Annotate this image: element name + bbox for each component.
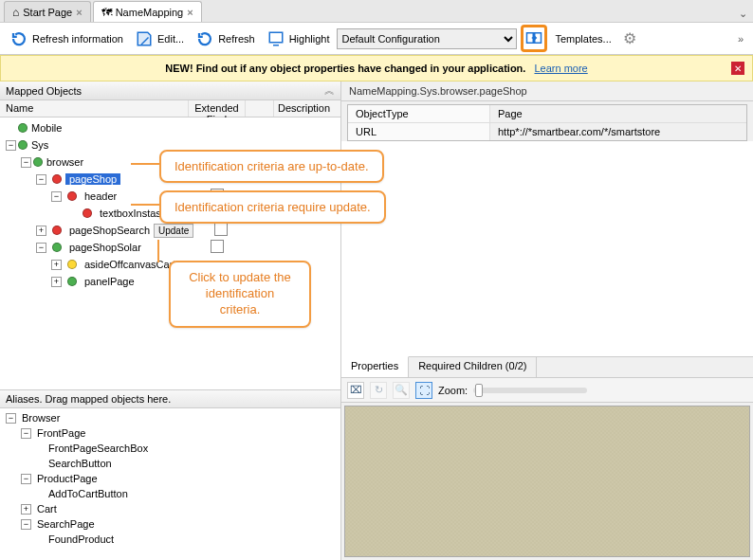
tree-item[interactable]: asideOffcanvasCart	[84, 259, 175, 270]
col-find[interactable]	[246, 100, 274, 117]
collapse-icon[interactable]: ︽	[324, 83, 335, 98]
compare-icon	[524, 28, 543, 47]
configuration-dropdown[interactable]: Default Configuration	[337, 28, 517, 49]
zoom-thumb[interactable]	[475, 384, 483, 397]
expander[interactable]: −	[51, 191, 62, 202]
update-mapping-button[interactable]	[521, 25, 547, 52]
expander[interactable]: −	[6, 413, 16, 424]
tabs-overflow[interactable]: ⌄	[733, 6, 753, 22]
toolbar-label: Refresh	[218, 33, 255, 45]
expander[interactable]: −	[21, 428, 31, 439]
fit-icon[interactable]: ⛶	[415, 382, 432, 399]
extended-find-checkbox[interactable]	[214, 223, 228, 236]
toolbar-label: Edit...	[157, 33, 184, 45]
highlight-button[interactable]: Highlight	[263, 27, 334, 50]
tree-item[interactable]: Sys	[31, 139, 48, 151]
configuration-select[interactable]: Default Configuration	[337, 28, 517, 49]
alias-item[interactable]: FoundProduct	[48, 533, 114, 545]
zoom-slider[interactable]	[473, 388, 587, 393]
preview-panel: ⌧ ↻ 🔍 ⛶ Zoom:	[341, 377, 753, 560]
update-button[interactable]: Update	[154, 224, 193, 238]
tab-properties[interactable]: Properties	[341, 356, 409, 377]
close-icon[interactable]: ×	[187, 7, 193, 18]
preview-canvas	[344, 406, 750, 557]
expander[interactable]: +	[51, 277, 62, 287]
mapped-objects-header[interactable]: Mapped Objects ︽	[0, 81, 340, 100]
templates-button[interactable]: Templates...	[551, 31, 615, 46]
toolbar-label: Refresh information	[32, 33, 123, 45]
alias-item[interactable]: SearchButton	[48, 458, 112, 469]
refresh-button[interactable]: Refresh	[192, 27, 259, 50]
close-icon[interactable]: ×	[76, 7, 82, 18]
expander[interactable]: +	[36, 226, 46, 236]
expander[interactable]: −	[21, 519, 31, 530]
tab-label: NameMapping	[116, 7, 184, 18]
expander[interactable]: −	[21, 474, 31, 484]
object-breadcrumb: NameMapping.Sys.browser.pageShop	[341, 81, 753, 101]
capture-icon[interactable]: ⌧	[347, 382, 364, 399]
expander[interactable]: −	[6, 140, 16, 151]
tab-label: Start Page	[23, 7, 72, 18]
alias-item[interactable]: ProductPage	[37, 473, 98, 484]
aliases-header[interactable]: Aliases. Drag mapped objects here.	[0, 390, 340, 408]
aliases-panel: Aliases. Drag mapped objects here. −Brow…	[0, 389, 340, 560]
aliases-tree[interactable]: −Browser −FrontPage FrontPageSearchBox S…	[0, 408, 340, 560]
col-name[interactable]: Name	[0, 100, 189, 117]
refresh-icon	[195, 29, 214, 48]
col-description[interactable]: Description	[274, 100, 340, 117]
property-row[interactable]: URL http*://*smartbear.com/*/smartstore	[348, 123, 746, 140]
col-extended-find[interactable]: Extended Find	[189, 100, 246, 117]
alias-item[interactable]: AddToCartButton	[48, 488, 128, 499]
property-key: URL	[348, 123, 490, 140]
extended-find-checkbox[interactable]	[211, 240, 224, 253]
toolbar-overflow[interactable]: »	[738, 33, 747, 45]
edit-icon	[135, 29, 154, 48]
status-dot-green	[67, 277, 77, 286]
properties-table: ObjectType Page URL http*://*smartbear.c…	[347, 104, 747, 141]
tab-start-page[interactable]: ⌂ Start Page ×	[4, 1, 91, 22]
expander[interactable]: +	[51, 260, 62, 270]
highlight-icon	[266, 29, 285, 48]
toolbar: Refresh information Edit... Refresh High…	[0, 23, 753, 55]
property-value: Page	[490, 105, 746, 122]
tree-item[interactable]: header	[84, 190, 117, 202]
tree-item[interactable]: Mobile	[31, 122, 62, 134]
edit-button[interactable]: Edit...	[131, 27, 188, 50]
expander[interactable]: −	[21, 157, 31, 168]
toolbar-label: Highlight	[289, 33, 330, 45]
close-banner-button[interactable]: ✕	[731, 62, 744, 75]
refresh-information-button[interactable]: Refresh information	[6, 27, 127, 50]
tree-item[interactable]: pageShopSearch	[69, 225, 150, 236]
callout-require-update: Identification criteria require update.	[159, 190, 386, 224]
alias-item[interactable]: Browser	[22, 412, 60, 424]
status-dot-green	[33, 157, 43, 167]
property-row[interactable]: ObjectType Page	[348, 105, 746, 123]
tab-required-children[interactable]: Required Children (0/2)	[409, 357, 537, 377]
callout-click-update: Click to update the identification crite…	[169, 261, 311, 328]
tab-namemapping[interactable]: 🗺 NameMapping ×	[93, 1, 202, 22]
tree-item[interactable]: browser	[46, 156, 83, 168]
status-dot-green	[18, 140, 28, 150]
tree-item[interactable]: panelPage	[84, 276, 135, 287]
zoom-icon[interactable]: 🔍	[393, 382, 410, 399]
alias-item[interactable]: SearchPage	[37, 518, 95, 530]
expander[interactable]: −	[36, 243, 46, 253]
panel-title: Mapped Objects	[6, 85, 82, 97]
expander[interactable]: −	[36, 174, 46, 185]
settings-button[interactable]: ⚙	[619, 27, 640, 49]
alias-item[interactable]: Cart	[37, 503, 57, 515]
status-dot-red	[52, 174, 62, 184]
tree-columns: Name Extended Find Description	[0, 100, 340, 117]
status-dot-yellow	[67, 260, 77, 269]
banner-text: NEW! Find out if any object properties h…	[165, 63, 525, 74]
status-dot-green	[18, 123, 28, 133]
expander[interactable]: +	[21, 504, 31, 515]
tree-item-selected[interactable]: pageShop	[65, 173, 120, 185]
tree-item[interactable]: pageShopSolar	[69, 242, 141, 253]
property-key: ObjectType	[348, 105, 490, 122]
alias-item[interactable]: FrontPage	[37, 427, 85, 439]
refresh-preview-icon[interactable]: ↻	[370, 382, 387, 399]
alias-item[interactable]: FrontPageSearchBox	[48, 443, 148, 454]
learn-more-link[interactable]: Learn more	[534, 63, 587, 74]
property-value: http*://*smartbear.com/*/smartstore	[490, 123, 746, 140]
